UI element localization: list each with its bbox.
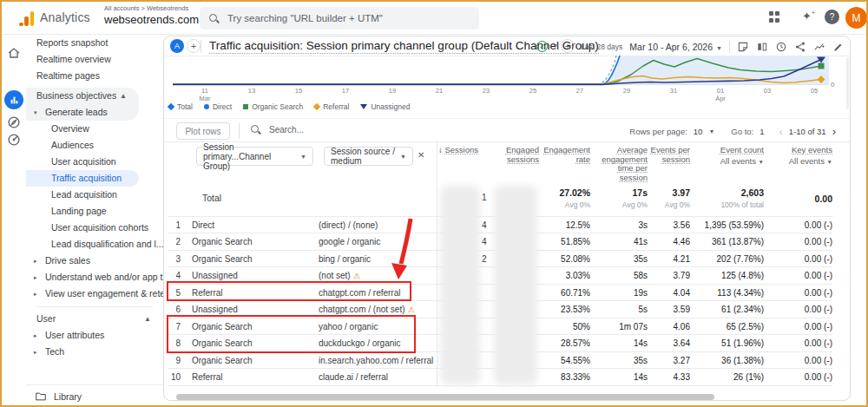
nav-rail	[2, 35, 26, 407]
date-preset: Last 28 days	[581, 43, 622, 51]
vertical-scrollbar[interactable]	[846, 57, 849, 109]
sidebar-item-traffic-acquisition[interactable]: Traffic acquisition	[26, 170, 139, 187]
table-header: ↓ Sessions Engaged sessions Engagement r…	[168, 146, 832, 182]
insights-time-icon[interactable]	[775, 41, 787, 53]
sidebar-group-drive-sales[interactable]: Drive sales	[26, 253, 163, 269]
sidebar-item-realtime-pages[interactable]: Realtime pages	[26, 68, 163, 84]
brand-name: Analytics	[40, 10, 90, 24]
organic-marker-icon	[243, 104, 248, 109]
home-icon[interactable]	[6, 45, 22, 61]
annotation-arrow	[385, 213, 423, 283]
add-metric-button[interactable]: +	[561, 39, 575, 53]
library-icon	[35, 391, 47, 403]
table-search-input[interactable]: Search...	[250, 124, 304, 135]
col-sessions[interactable]: ↓ Sessions	[428, 146, 478, 182]
apps-grid-icon[interactable]	[769, 11, 780, 23]
organic-end-marker	[819, 63, 825, 69]
rows-per-page-label: Rows per page:	[629, 127, 687, 136]
breadcrumb[interactable]: All accounts > Webseotrends	[104, 4, 208, 12]
sparkline-insights-icon[interactable]	[813, 41, 825, 53]
col-events-per-session[interactable]: Events per session	[648, 146, 690, 182]
col-event-count[interactable]: Event countAll events ▼	[690, 146, 764, 182]
notes-icon[interactable]	[737, 41, 749, 53]
total-event-count: 2,603100% of total	[690, 187, 764, 210]
goto-label: Go to:	[731, 127, 753, 136]
sidebar-group-tech[interactable]: Tech	[26, 344, 163, 360]
sidebar-item-overview[interactable]: Overview	[26, 121, 163, 137]
advertising-icon[interactable]	[6, 132, 22, 148]
global-search-input[interactable]: Try searching "URL builder + UTM"	[200, 7, 479, 30]
sidebar-item-landing-page[interactable]: Landing page	[26, 203, 163, 220]
total-time: 17sAvg 0%	[590, 187, 648, 210]
pagination-range: 1-10 of 31	[789, 127, 826, 136]
report-header: A + Traffic acquisition: Session primary…	[164, 36, 850, 56]
sidebar-item-lead-disqualification[interactable]: Lead disqualification and l...	[26, 236, 163, 253]
sidebar-section-business-objectives[interactable]: Business objectives▲	[26, 88, 139, 104]
col-avg-engagement-time[interactable]: Average engagement time per session	[590, 146, 648, 182]
business-objectives-group: Business objectives▲ Generate leads	[26, 88, 139, 121]
property-selector[interactable]: webseotrends.com▼	[104, 13, 208, 26]
goto-input[interactable]: 1	[760, 127, 764, 136]
sidebar-group-generate-leads[interactable]: Generate leads	[26, 104, 139, 121]
reports-icon[interactable]	[4, 90, 23, 109]
analytics-logo-icon[interactable]	[19, 11, 34, 26]
help-icon[interactable]: ?	[825, 10, 839, 24]
sidebar-item-library[interactable]: Library	[26, 384, 163, 407]
col-engaged-sessions[interactable]: Engaged sessions	[478, 146, 539, 182]
chevron-down-icon[interactable]: ▼	[708, 128, 714, 135]
edit-pencil-icon[interactable]	[832, 41, 845, 53]
redacted-sessions-column	[441, 186, 480, 384]
col-key-events[interactable]: Key eventsAll events ▼	[764, 146, 832, 182]
divider	[239, 123, 240, 139]
ga4-screenshot: Analytics All accounts > Webseotrends we…	[0, 0, 868, 407]
next-page-icon[interactable]: ›	[832, 125, 836, 138]
divider	[201, 40, 201, 53]
add-comparison-button[interactable]: +	[187, 39, 201, 53]
collapse-icon: ▲	[120, 88, 127, 104]
col-engagement-rate[interactable]: Engagement rate	[539, 146, 590, 182]
total-marker-icon	[168, 103, 174, 110]
avatar[interactable]: M	[845, 7, 867, 29]
event-count-filter[interactable]: All events ▼	[690, 157, 764, 167]
key-events-filter[interactable]: All events ▼	[764, 157, 832, 167]
sidebar-section-user[interactable]: User▲	[26, 311, 163, 327]
insights-sparkle-icon[interactable]: ✦+	[802, 10, 815, 23]
report-card: A + Traffic acquisition: Session primary…	[163, 36, 851, 401]
sidebar-item-reports-snapshot[interactable]: Reports snapshot	[26, 35, 163, 51]
sidebar: Reports snapshot Realtime overview Realt…	[26, 35, 163, 407]
sidebar-item-lead-acquisition[interactable]: Lead acquisition	[26, 187, 163, 203]
total-eps: 3.97Avg 0%	[648, 187, 690, 210]
table-controls: Plot rows Search... Rows per page: 10 ▼ …	[164, 118, 850, 142]
referral-marker-icon	[313, 103, 320, 110]
sidebar-item-audiences[interactable]: Audiences	[26, 137, 163, 154]
search-placeholder: Try searching "URL builder + UTM"	[227, 13, 383, 23]
segment-chip-a[interactable]: A	[170, 39, 184, 53]
direct-marker-icon	[204, 104, 209, 109]
divider	[36, 306, 153, 307]
sidebar-item-user-acquisition-cohorts[interactable]: User acquisition cohorts	[26, 220, 163, 236]
sidebar-group-understand-web-app[interactable]: Understand web and/or app t...	[26, 269, 163, 286]
horizontal-scrollbar[interactable]	[176, 394, 714, 400]
explore-icon[interactable]	[6, 115, 22, 130]
total-label: Total	[188, 193, 315, 203]
chevron-down-icon[interactable]: ▼	[552, 43, 558, 49]
total-series-line	[173, 56, 616, 84]
y-axis-zero-label: 0	[831, 81, 834, 89]
annotation-box-row5	[167, 281, 411, 301]
sidebar-item-user-acquisition[interactable]: User acquisition	[26, 154, 163, 170]
comparison-icon[interactable]	[756, 41, 768, 53]
rows-per-page-select[interactable]: 10	[694, 127, 703, 136]
redacted-engaged-sessions-column	[494, 186, 537, 384]
top-bar: Analytics All accounts > Webseotrends we…	[2, 2, 866, 35]
search-icon	[208, 13, 219, 23]
sidebar-group-view-user-engagement[interactable]: View user engagement & rete...	[26, 286, 163, 302]
chevron-down-icon: ▼	[716, 45, 722, 51]
data-quality-check-icon[interactable]: ✓	[536, 41, 548, 52]
sidebar-item-realtime-overview[interactable]: Realtime overview	[26, 51, 163, 68]
share-icon[interactable]	[794, 41, 806, 53]
plot-rows-button[interactable]: Plot rows	[176, 122, 230, 140]
date-range-picker[interactable]: Mar 10 - Apr 6, 2026▼	[629, 42, 722, 52]
sidebar-group-user-attributes[interactable]: User attributes	[26, 327, 163, 344]
total-rate: 27.02%Avg 0%	[539, 187, 590, 210]
prev-page-icon[interactable]: ‹	[779, 125, 783, 138]
